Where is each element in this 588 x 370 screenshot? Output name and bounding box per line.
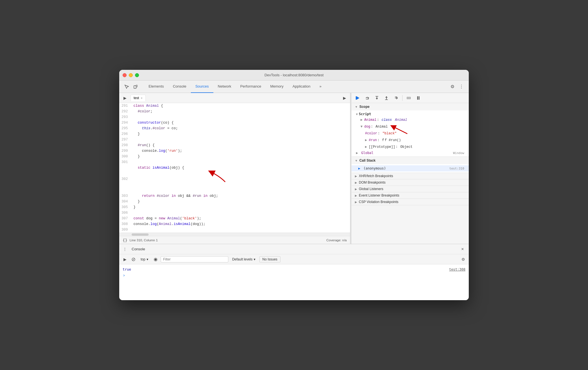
xhr-breakpoints-header[interactable]: XHR/fetch Breakpoints bbox=[352, 173, 469, 179]
tab-network[interactable]: Network bbox=[213, 81, 236, 93]
table-row: 291 class Animal { bbox=[119, 103, 350, 109]
csp-breakpoints-header[interactable]: CSP Violation Breakpoints bbox=[352, 199, 469, 205]
debugger-toolbar bbox=[352, 93, 469, 103]
separator bbox=[402, 95, 403, 101]
table-row: 305 } bbox=[119, 204, 350, 210]
dom-breakpoints-header[interactable]: DOM Breakpoints bbox=[352, 179, 469, 186]
scope-header[interactable]: Scope bbox=[352, 103, 469, 110]
table-row: 309 bbox=[119, 227, 350, 233]
console-output-link[interactable]: test:308 bbox=[449, 268, 465, 271]
script-section-header[interactable]: Script bbox=[352, 112, 469, 117]
resume-button[interactable] bbox=[354, 94, 362, 102]
event-listener-breakpoints-section: Event Listener Breakpoints bbox=[352, 192, 469, 199]
tab-sources[interactable]: Sources bbox=[191, 81, 213, 93]
pause-on-exceptions-button[interactable] bbox=[414, 94, 422, 102]
global-listeners-label: Global Listeners bbox=[359, 187, 383, 191]
callstack-location: test:310 bbox=[449, 167, 464, 170]
settings-icon[interactable]: ⚙ bbox=[448, 83, 456, 91]
tab-memory[interactable]: Memory bbox=[266, 81, 288, 93]
svg-marker-2 bbox=[357, 96, 359, 100]
console-no-issues-button[interactable]: No Issues bbox=[259, 256, 280, 262]
console-levels-dropdown[interactable]: Default levels ▾ bbox=[230, 257, 258, 262]
file-tab[interactable]: test × bbox=[131, 95, 146, 101]
callstack-section: Call Stack ▶ (anonymous) test:310 bbox=[352, 157, 469, 173]
sources-toolbar: ▶ test × ▶ bbox=[119, 93, 350, 103]
scope-title: Scope bbox=[359, 105, 370, 109]
console-play-icon[interactable]: ▶ bbox=[121, 256, 128, 263]
play-icon[interactable]: ▶ bbox=[121, 95, 128, 101]
tabbar: Elements Console Sources Network Perform… bbox=[119, 81, 469, 93]
console-block-icon[interactable]: ⊘ bbox=[130, 256, 137, 263]
dom-breakpoints-label: DOM Breakpoints bbox=[359, 180, 386, 184]
event-listener-breakpoints-header[interactable]: Event Listener Breakpoints bbox=[352, 192, 469, 199]
table-row: 296 } bbox=[119, 131, 350, 137]
global-listeners-section: Global Listeners bbox=[352, 186, 469, 192]
sources-panel: ▶ test × ▶ 291 class Animal { bbox=[119, 93, 350, 244]
tab-application[interactable]: Application bbox=[288, 81, 315, 93]
table-row: 298 #run() { bbox=[119, 142, 350, 148]
fullscreen-button[interactable] bbox=[135, 73, 139, 77]
table-row: 302 static isAnimal(obj) { bbox=[119, 165, 350, 193]
window-title: DevTools - localhost:8080/demo/test bbox=[264, 73, 324, 77]
tab-performance[interactable]: Performance bbox=[236, 81, 266, 93]
callstack-expand-icon bbox=[355, 159, 358, 162]
scope-animal-item[interactable]: ▶ Animal : class Animal bbox=[352, 117, 469, 123]
svg-rect-3 bbox=[356, 96, 357, 100]
minimize-button[interactable] bbox=[129, 73, 133, 77]
callstack-item[interactable]: ▶ (anonymous) test:310 bbox=[352, 165, 469, 171]
console-output-row: true test:308 bbox=[123, 267, 465, 272]
device-icon[interactable] bbox=[132, 83, 140, 91]
tab-elements[interactable]: Elements bbox=[144, 81, 168, 93]
scope-section: Scope Script ▶ Animal : cla bbox=[352, 103, 469, 157]
scope-color-item[interactable]: #color : "black" bbox=[352, 130, 469, 137]
scope-dog-item[interactable]: ▼ dog : Animal bbox=[352, 123, 469, 130]
scrollbar-thumb[interactable] bbox=[132, 233, 149, 236]
console-close-button[interactable]: × bbox=[459, 245, 467, 253]
file-tab-name: test bbox=[134, 96, 139, 100]
step-over-button[interactable] bbox=[363, 94, 371, 102]
console-prompt[interactable]: › bbox=[123, 272, 465, 278]
step-out-button[interactable] bbox=[383, 94, 390, 102]
console-panel: ⋮ Console × ▶ ⊘ top ▾ ◉ Default levels ▾… bbox=[119, 244, 469, 300]
tab-more[interactable]: » bbox=[315, 81, 326, 93]
more-options-icon[interactable]: ⋮ bbox=[457, 83, 465, 91]
callstack-content: ▶ (anonymous) test:310 bbox=[352, 164, 469, 173]
console-more-icon[interactable]: ⋮ bbox=[121, 246, 128, 253]
table-row: 308 console.log(Animal.isAnimal(dog)); bbox=[119, 221, 350, 227]
table-row: 299 console.log('run'); bbox=[119, 148, 350, 154]
scope-proto-item[interactable]: ▶ [[Prototype]] : Object bbox=[352, 144, 469, 150]
callstack-header[interactable]: Call Stack bbox=[352, 157, 469, 164]
dropdown-arrow-icon: ▾ bbox=[147, 257, 148, 261]
tabbar-right-actions: ⚙ ⋮ bbox=[448, 83, 468, 91]
console-top-dropdown[interactable]: top ▾ bbox=[138, 257, 151, 262]
console-tab-title[interactable]: Console bbox=[132, 247, 145, 251]
scope-run-item[interactable]: ▶ #run : f f #run() bbox=[352, 137, 469, 144]
deactivate-breakpoints-button[interactable] bbox=[405, 94, 413, 102]
format-icon[interactable]: {} bbox=[123, 238, 127, 242]
nav-tabs: Elements Console Sources Network Perform… bbox=[144, 81, 448, 93]
code-editor[interactable]: 291 class Animal { 292 #color; 293 bbox=[119, 103, 350, 236]
horizontal-scrollbar[interactable] bbox=[119, 233, 350, 236]
global-listeners-header[interactable]: Global Listeners bbox=[352, 186, 469, 192]
devtools-window: DevTools - localhost:8080/demo/test Elem… bbox=[119, 70, 469, 300]
table-row: 304 } bbox=[119, 199, 350, 204]
code-table: 291 class Animal { 292 #color; 293 bbox=[119, 103, 350, 233]
console-header: ⋮ Console × bbox=[119, 244, 469, 254]
step-into-button[interactable] bbox=[373, 94, 381, 102]
inspect-icon[interactable] bbox=[123, 83, 131, 91]
close-button[interactable] bbox=[123, 73, 127, 77]
scope-global-item[interactable]: ▶ Global Window bbox=[352, 150, 469, 155]
console-filter-input[interactable] bbox=[161, 256, 228, 262]
console-eye-icon[interactable]: ◉ bbox=[152, 256, 159, 263]
console-settings-icon[interactable]: ⚙ bbox=[460, 256, 467, 263]
tab-console[interactable]: Console bbox=[168, 81, 191, 93]
table-row: 294 constructor(co) { bbox=[119, 120, 350, 126]
scope-content: Script ▶ Animal : class Animal bbox=[352, 110, 469, 157]
console-toolbar: ▶ ⊘ top ▾ ◉ Default levels ▾ No Issues ⚙ bbox=[119, 254, 469, 264]
cursor-position: Line 310, Column 1 bbox=[130, 239, 158, 242]
file-tab-close[interactable]: × bbox=[141, 96, 142, 100]
step-button[interactable] bbox=[392, 94, 400, 102]
play-right-icon[interactable]: ▶ bbox=[341, 95, 348, 101]
traffic-lights bbox=[123, 73, 139, 77]
levels-dropdown-arrow-icon: ▾ bbox=[254, 257, 255, 261]
